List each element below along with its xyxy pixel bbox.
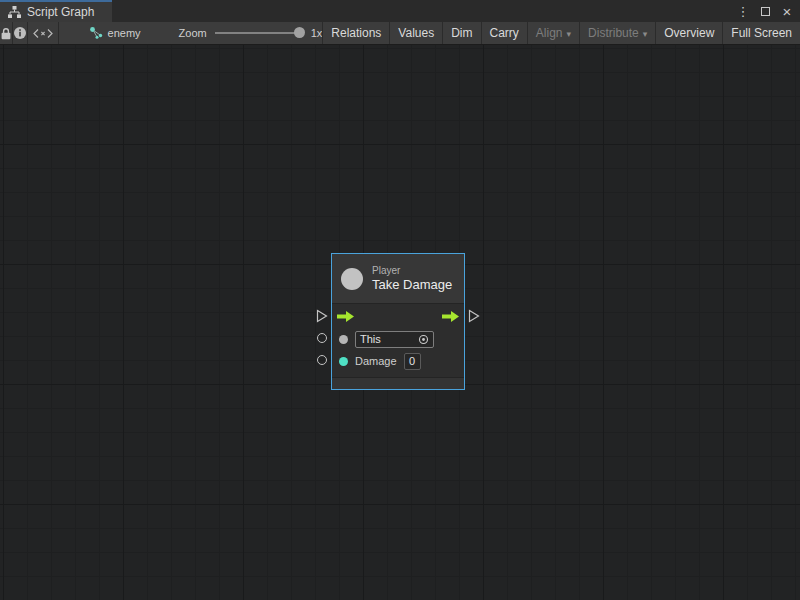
node-kicker-label: Player xyxy=(372,264,452,277)
info-icon xyxy=(13,26,27,40)
graph-canvas[interactable]: Player Take Damage xyxy=(0,45,800,600)
carry-button[interactable]: Carry xyxy=(481,22,527,44)
overview-button[interactable]: Overview xyxy=(655,22,722,44)
node-footer xyxy=(332,377,464,389)
full-screen-button[interactable]: Full Screen xyxy=(722,22,800,44)
align-button: Align▾ xyxy=(527,22,579,44)
exec-input-port[interactable] xyxy=(337,311,354,322)
graph-breadcrumb[interactable]: enemy xyxy=(79,22,151,44)
values-button[interactable]: Values xyxy=(389,22,442,44)
this-port-dot[interactable] xyxy=(339,335,348,344)
node-header[interactable]: Player Take Damage xyxy=(332,254,464,304)
this-object-field[interactable]: This xyxy=(355,331,434,348)
window-titlebar: Script Graph ⋮ × xyxy=(0,0,800,22)
tab-script-graph[interactable]: Script Graph xyxy=(0,0,112,22)
object-picker-icon[interactable] xyxy=(418,334,429,345)
edit-graph-button[interactable] xyxy=(28,22,59,44)
input-this-connector[interactable] xyxy=(317,333,327,343)
relations-button[interactable]: Relations xyxy=(322,22,389,44)
dropdown-arrow-icon: ▾ xyxy=(567,29,572,39)
unit-sphere-icon xyxy=(341,268,363,290)
output-exec-connector[interactable] xyxy=(468,309,480,327)
distribute-button: Distribute▾ xyxy=(579,22,655,44)
zoom-slider-handle[interactable] xyxy=(294,27,305,38)
graph-name-label: enemy xyxy=(108,27,141,39)
damage-port-dot[interactable] xyxy=(339,357,348,366)
node-body: This Damage 0 xyxy=(332,304,464,377)
input-damage-connector[interactable] xyxy=(317,355,327,365)
lock-icon xyxy=(0,27,12,40)
zoom-slider[interactable] xyxy=(215,32,303,34)
tab-label: Script Graph xyxy=(27,5,94,19)
zoom-value-label: 1x xyxy=(311,27,323,39)
script-graph-icon xyxy=(8,6,21,18)
angle-brackets-x-icon xyxy=(32,28,54,39)
kebab-menu-icon[interactable]: ⋮ xyxy=(734,2,752,20)
damage-value: 0 xyxy=(409,355,415,367)
this-field-label: This xyxy=(360,333,381,345)
dim-button[interactable]: Dim xyxy=(442,22,480,44)
info-button[interactable] xyxy=(13,22,28,44)
graph-toolbar: enemy Zoom 1x Relations Values Dim Carry… xyxy=(0,22,800,45)
lock-button[interactable] xyxy=(0,22,13,44)
node-title-label: Take Damage xyxy=(372,277,452,293)
zoom-label: Zoom xyxy=(179,27,207,39)
dropdown-arrow-icon: ▾ xyxy=(643,29,648,39)
maximize-icon[interactable] xyxy=(756,2,774,20)
close-icon[interactable]: × xyxy=(778,2,796,20)
take-damage-node[interactable]: Player Take Damage xyxy=(331,253,465,390)
exec-output-port[interactable] xyxy=(442,311,459,322)
input-exec-connector[interactable] xyxy=(316,309,328,327)
damage-port-label: Damage xyxy=(355,355,397,367)
graph-node-icon xyxy=(89,27,103,39)
damage-value-input[interactable]: 0 xyxy=(404,353,421,370)
zoom-control: Zoom 1x xyxy=(179,22,323,44)
